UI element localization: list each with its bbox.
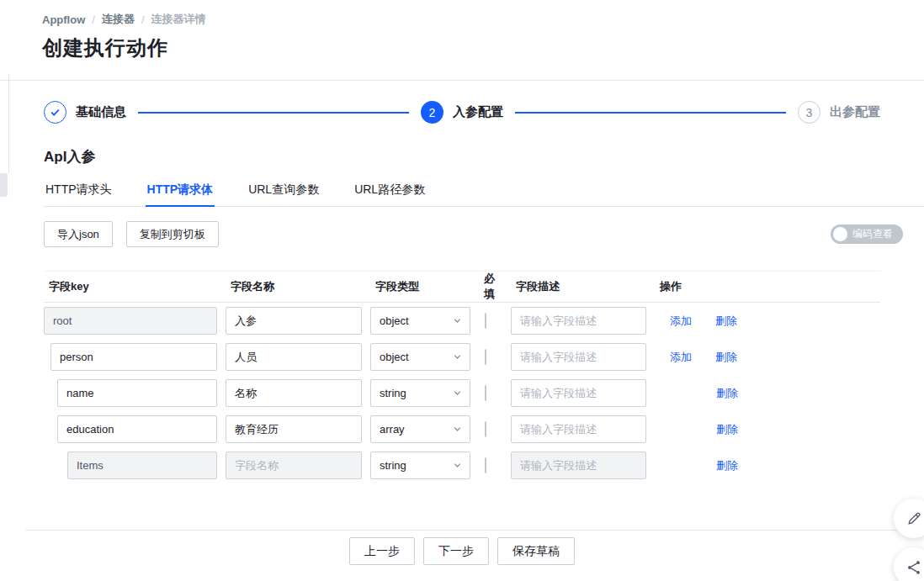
step-label: 入参配置	[453, 104, 503, 120]
tab-http-request-headers[interactable]: HTTP请求头	[44, 177, 114, 206]
field-name-input[interactable]	[226, 379, 362, 407]
toggle-label: 编码查看	[852, 227, 893, 241]
empty-action-slot	[670, 458, 693, 473]
step-input-config[interactable]: 2 入参配置	[421, 101, 503, 124]
previous-step-button[interactable]: 上一步	[349, 537, 415, 565]
field-type-value: string	[380, 459, 406, 472]
step-basic-info[interactable]: 基础信息	[44, 101, 126, 124]
header-field-name: 字段名称	[226, 279, 362, 294]
pencil-icon	[905, 510, 922, 527]
field-description-input[interactable]	[511, 343, 646, 371]
field-type-select[interactable]: array	[370, 415, 470, 443]
header-actions: 操作	[655, 279, 880, 294]
chevron-down-icon	[453, 425, 462, 434]
add-field-link[interactable]: 添加	[670, 314, 692, 329]
empty-action-slot	[670, 386, 693, 401]
toggle-knob-icon	[833, 227, 847, 241]
step-connector	[515, 112, 786, 114]
field-name-input[interactable]	[226, 343, 362, 371]
add-field-link[interactable]: 添加	[670, 350, 692, 365]
field-type-value: array	[380, 423, 405, 436]
required-checkbox[interactable]	[485, 313, 486, 329]
breadcrumb: Appflow / 连接器 / 连接器详情	[42, 12, 924, 27]
table-row: array 删除	[44, 411, 880, 447]
breadcrumb-item-connector-detail: 连接器详情	[151, 12, 206, 27]
table-row: object 添加 删除	[44, 303, 880, 339]
delete-field-link[interactable]: 删除	[716, 458, 738, 473]
step-label: 出参配置	[830, 104, 880, 120]
delete-field-link[interactable]: 删除	[715, 350, 737, 365]
required-checkbox[interactable]	[485, 421, 486, 437]
share-icon	[905, 559, 922, 576]
field-type-select[interactable]: object	[370, 343, 470, 371]
field-name-input[interactable]	[226, 307, 362, 335]
step-active-circle: 2	[421, 101, 443, 124]
step-done-circle	[44, 101, 66, 124]
delete-field-link[interactable]: 删除	[716, 386, 738, 401]
page-header: Appflow / 连接器 / 连接器详情 创建执行动作	[0, 0, 924, 81]
field-description-input[interactable]	[511, 415, 646, 443]
field-description-input[interactable]	[511, 379, 646, 407]
steps-bar: 基础信息 2 入参配置 3 出参配置	[44, 101, 880, 124]
section-title-api-input: ApI入参	[44, 147, 880, 166]
import-json-button[interactable]: 导入json	[44, 221, 113, 247]
delete-field-link[interactable]: 删除	[716, 422, 738, 437]
field-key-input[interactable]	[57, 379, 217, 407]
copy-clipboard-button[interactable]: 复制到剪切板	[126, 221, 219, 247]
left-panel-divider	[8, 74, 9, 173]
table-row: string 删除	[44, 447, 880, 483]
empty-action-slot	[670, 422, 693, 437]
check-icon	[50, 107, 61, 118]
toolbar: 导入json 复制到剪切板 编码查看	[44, 221, 880, 247]
required-checkbox[interactable]	[485, 457, 486, 473]
save-draft-button[interactable]: 保存草稿	[497, 537, 575, 565]
breadcrumb-separator: /	[92, 13, 95, 26]
chevron-down-icon	[453, 461, 462, 470]
required-checkbox[interactable]	[485, 385, 486, 401]
field-name-input[interactable]	[226, 415, 362, 443]
tab-url-path-params[interactable]: URL路径参数	[353, 177, 427, 206]
collapsed-panel-handle[interactable]	[0, 173, 8, 197]
field-type-value: object	[380, 314, 409, 327]
breadcrumb-separator: /	[141, 13, 145, 26]
delete-field-link[interactable]: 删除	[715, 314, 737, 329]
step-connector	[138, 112, 409, 114]
encode-view-toggle[interactable]: 编码查看	[831, 224, 903, 244]
tabs-bar: HTTP请求头 HTTP请求体 URL查询参数 URL路径参数	[44, 177, 924, 207]
footer-divider	[25, 530, 924, 531]
field-type-select[interactable]: object	[370, 307, 470, 335]
field-key-input[interactable]	[50, 343, 217, 371]
field-description-input[interactable]	[511, 452, 646, 479]
fields-table: 字段key 字段名称 字段类型 必填 字段描述 操作 object	[44, 271, 880, 483]
footer-actions: 上一步 下一步 保存草稿	[44, 537, 880, 565]
field-key-input[interactable]	[67, 452, 217, 479]
next-step-button[interactable]: 下一步	[423, 537, 489, 565]
field-key-input[interactable]	[57, 415, 217, 443]
chevron-down-icon	[453, 352, 462, 362]
tab-url-query-params[interactable]: URL查询参数	[247, 177, 321, 206]
chevron-down-icon	[453, 316, 462, 325]
step-output-config[interactable]: 3 出参配置	[798, 101, 880, 124]
chevron-down-icon	[453, 388, 462, 398]
page: Appflow / 连接器 / 连接器详情 创建执行动作 基础信息 2 入参配置…	[0, 0, 924, 581]
table-row: object 添加 删除	[44, 339, 880, 375]
field-name-input[interactable]	[226, 452, 362, 479]
step-label: 基础信息	[76, 104, 126, 120]
header-field-description: 字段描述	[511, 279, 646, 294]
header-required: 必填	[479, 272, 502, 302]
field-type-value: object	[380, 351, 409, 363]
field-description-input[interactable]	[511, 307, 646, 335]
table-header-row: 字段key 字段名称 字段类型 必填 字段描述 操作	[44, 271, 880, 303]
breadcrumb-item-connector[interactable]: 连接器	[102, 12, 135, 27]
breadcrumb-item-appflow[interactable]: Appflow	[42, 13, 85, 26]
tab-http-request-body[interactable]: HTTP请求体	[146, 177, 215, 206]
step-pending-circle: 3	[798, 101, 820, 124]
required-checkbox[interactable]	[485, 349, 486, 365]
header-field-type: 字段类型	[370, 279, 470, 294]
field-type-select[interactable]: string	[370, 452, 470, 479]
header-field-key: 字段key	[44, 279, 217, 294]
field-type-select[interactable]: string	[370, 379, 470, 407]
page-title: 创建执行动作	[42, 34, 924, 61]
field-key-input[interactable]	[44, 307, 217, 335]
field-type-value: string	[380, 387, 406, 399]
